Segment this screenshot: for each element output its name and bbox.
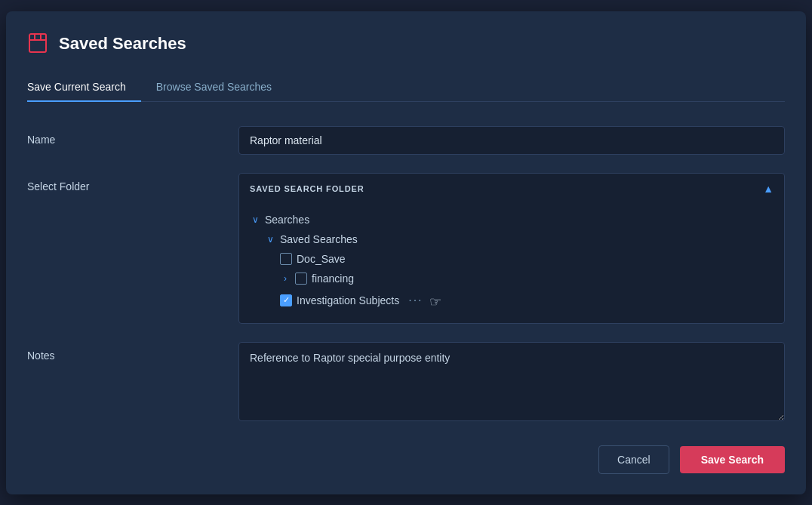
folder-section-title: SAVED SEARCH FOLDER — [250, 184, 364, 193]
chevron-right-icon: › — [280, 273, 291, 284]
item-menu-icon[interactable]: ··· — [408, 294, 423, 307]
tree-item-investigation-subjects[interactable]: ✓ Investigation Subjects ··· ☞ — [280, 288, 774, 313]
notes-textarea[interactable]: Reference to Raptor special purpose enti… — [238, 342, 785, 421]
name-input[interactable] — [238, 126, 785, 155]
investigation-checkbox-area: ✓ — [280, 294, 292, 306]
folder-tree: ∨ Searches ∨ Saved Searches — [239, 204, 784, 323]
dialog-footer: Cancel Save Search — [27, 445, 785, 474]
searches-label: Searches — [265, 214, 309, 226]
cursor-icon: ☞ — [429, 294, 441, 310]
folder-row: Select Folder SAVED SEARCH FOLDER ▲ ∨ Se… — [27, 173, 785, 324]
name-label: Name — [27, 126, 223, 146]
financing-checkbox[interactable] — [295, 273, 307, 285]
name-row: Name — [27, 126, 785, 155]
doc-save-checkbox[interactable] — [280, 253, 292, 265]
cancel-button[interactable]: Cancel — [598, 445, 669, 474]
svg-rect-0 — [29, 34, 46, 52]
financing-label: financing — [312, 273, 354, 285]
investigation-subjects-checkbox[interactable]: ✓ — [280, 294, 292, 306]
bookmark-icon — [27, 32, 50, 55]
saved-searches-label: Saved Searches — [280, 233, 358, 245]
folder-dropdown-header[interactable]: SAVED SEARCH FOLDER ▲ — [239, 174, 784, 204]
tree-item-searches[interactable]: ∨ Searches — [250, 210, 774, 229]
name-control-area — [238, 126, 785, 155]
chevron-up-icon: ▲ — [763, 183, 774, 195]
saved-searches-dialog: Saved Searches Save Current Search Brows… — [6, 11, 806, 494]
notes-row: Notes Reference to Raptor special purpos… — [27, 342, 785, 424]
tab-save-current[interactable]: Save Current Search — [27, 73, 141, 102]
folder-dropdown: SAVED SEARCH FOLDER ▲ ∨ Searches ∨ Saved… — [238, 173, 785, 324]
dialog-title: Saved Searches — [59, 34, 186, 54]
folder-label: Select Folder — [27, 173, 223, 192]
dialog-header: Saved Searches — [27, 32, 785, 55]
doc-save-label: Doc_Save — [297, 253, 346, 265]
tree-item-financing[interactable]: › financing — [280, 269, 774, 288]
save-search-button[interactable]: Save Search — [680, 446, 785, 473]
tree-item-doc-save[interactable]: Doc_Save — [280, 249, 774, 269]
form-section: Name Select Folder SAVED SEARCH FOLDER ▲ — [27, 126, 785, 424]
tab-browse[interactable]: Browse Saved Searches — [141, 73, 287, 102]
financing-checkbox-area — [295, 273, 307, 285]
folder-control-area: SAVED SEARCH FOLDER ▲ ∨ Searches ∨ Saved… — [238, 173, 785, 324]
notes-control-area: Reference to Raptor special purpose enti… — [238, 342, 785, 424]
doc-save-checkbox-area — [280, 253, 292, 265]
chevron-down-icon-2: ∨ — [265, 234, 275, 245]
investigation-subjects-label: Investigation Subjects — [297, 294, 399, 306]
chevron-down-icon: ∨ — [250, 214, 260, 225]
tree-item-saved-searches[interactable]: ∨ Saved Searches — [265, 229, 774, 249]
notes-label: Notes — [27, 342, 223, 362]
tab-bar: Save Current Search Browse Saved Searche… — [27, 73, 785, 102]
